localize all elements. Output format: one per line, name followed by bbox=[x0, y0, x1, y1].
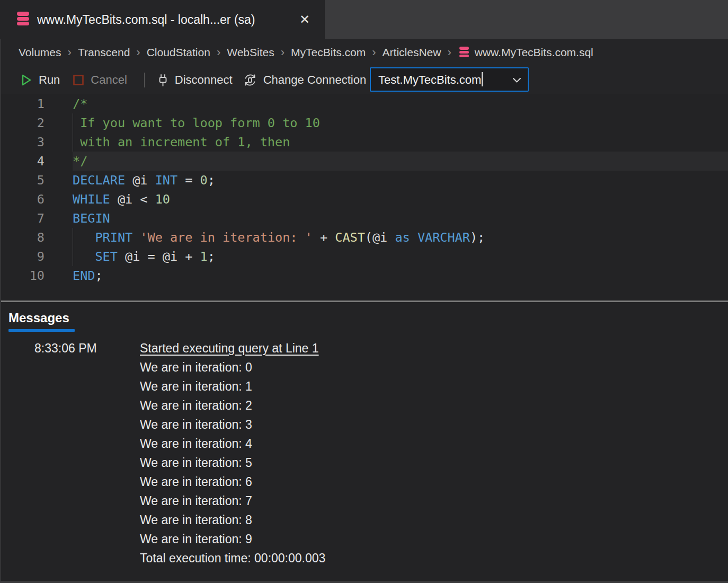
editor-line: 6 WHILE @i < 10 bbox=[0, 190, 728, 209]
line-number: 1 bbox=[0, 94, 45, 113]
code-line[interactable]: BEGIN bbox=[73, 209, 728, 228]
cancel-icon bbox=[73, 74, 84, 86]
editor-line: 3 with an increment of 1, then bbox=[0, 132, 728, 152]
code-line[interactable]: END; bbox=[73, 266, 728, 285]
message-text: We are in iteration: 0 bbox=[140, 358, 252, 377]
line-number: 7 bbox=[0, 209, 45, 228]
message-text: We are in iteration: 8 bbox=[140, 510, 252, 529]
cancel-button[interactable]: Cancel bbox=[73, 73, 127, 87]
editor-line: 7 BEGIN bbox=[0, 209, 728, 228]
message-row: We are in iteration: 8 bbox=[0, 510, 728, 529]
message-row: We are in iteration: 3 bbox=[0, 415, 728, 434]
message-row: We are in iteration: 9 bbox=[0, 529, 728, 549]
run-button[interactable]: Run bbox=[20, 73, 60, 87]
change-connection-label: Change Connection bbox=[263, 73, 366, 87]
message-timestamp: 8:33:06 PM bbox=[34, 339, 140, 358]
cancel-label: Cancel bbox=[91, 73, 127, 87]
line-number: 6 bbox=[0, 190, 45, 209]
code-line[interactable]: */ bbox=[73, 152, 728, 171]
breadcrumb-item[interactable]: Transcend bbox=[78, 46, 130, 58]
message-timestamp bbox=[34, 491, 140, 510]
message-text: We are in iteration: 7 bbox=[140, 491, 252, 510]
message-timestamp bbox=[34, 415, 140, 434]
line-number: 10 bbox=[0, 266, 45, 285]
message-row: We are in iteration: 0 bbox=[0, 358, 728, 377]
breadcrumb-separator: › bbox=[372, 46, 376, 59]
code-line[interactable]: WHILE @i < 10 bbox=[73, 190, 728, 209]
window-bottom-edge bbox=[0, 581, 728, 583]
message-timestamp bbox=[34, 396, 140, 415]
breadcrumb-item[interactable]: MyTecBits.com bbox=[291, 46, 366, 58]
disconnect-label: Disconnect bbox=[175, 73, 233, 87]
message-text: We are in iteration: 9 bbox=[140, 529, 252, 549]
breadcrumb-item[interactable]: Volumes bbox=[19, 46, 61, 58]
breadcrumb-item[interactable]: ArticlesNew bbox=[383, 46, 441, 58]
tab-bar: www.MyTecBits.com.sql - localh...er (sa)… bbox=[0, 0, 728, 39]
code-line[interactable]: SET @i = @i + 1; bbox=[73, 247, 728, 266]
message-row: Total execution time: 00:00:00.003 bbox=[0, 549, 728, 568]
messages-panel: Messages 8:33:06 PM Started executing qu… bbox=[0, 302, 728, 579]
code-line[interactable]: DECLARE @i INT = 0; bbox=[73, 171, 728, 190]
disconnect-plug-icon bbox=[157, 73, 168, 87]
code-line[interactable]: with an increment of 1, then bbox=[73, 132, 728, 152]
code-editor[interactable]: 1 /* 2 If you want to loop form 0 to 10 … bbox=[0, 94, 728, 301]
breadcrumb-separator: › bbox=[68, 46, 72, 59]
breadcrumb-separator: › bbox=[136, 46, 140, 59]
editor-line: 4 */ bbox=[0, 152, 728, 171]
breadcrumb-item[interactable]: WebSites bbox=[227, 46, 274, 58]
message-text: We are in iteration: 2 bbox=[140, 396, 252, 415]
indent-guide bbox=[73, 132, 73, 152]
line-number: 3 bbox=[0, 132, 45, 152]
code-line[interactable]: PRINT 'We are in iteration: ' + CAST(@i … bbox=[73, 228, 728, 247]
indent-guide bbox=[73, 247, 73, 266]
editor-line: 8 PRINT 'We are in iteration: ' + CAST(@… bbox=[0, 228, 728, 247]
editor-line: 2 If you want to loop form 0 to 10 bbox=[0, 113, 728, 132]
tab-sql-file[interactable]: www.MyTecBits.com.sql - localh...er (sa)… bbox=[0, 0, 325, 39]
message-link[interactable]: Started executing query at Line 1 bbox=[140, 339, 319, 358]
messages-list: 8:33:06 PM Started executing query at Li… bbox=[0, 339, 728, 568]
message-text: We are in iteration: 3 bbox=[140, 415, 252, 434]
refresh-connection-icon bbox=[243, 73, 257, 87]
message-timestamp bbox=[34, 510, 140, 529]
message-row: We are in iteration: 1 bbox=[0, 377, 728, 396]
chevron-down-icon bbox=[512, 73, 521, 86]
code-line[interactable]: /* bbox=[73, 94, 728, 113]
message-text: Total execution time: 00:00:00.003 bbox=[140, 549, 325, 568]
database-icon bbox=[16, 11, 30, 29]
message-row: We are in iteration: 6 bbox=[0, 472, 728, 491]
close-icon[interactable]: ✕ bbox=[296, 11, 313, 28]
tab-messages[interactable]: Messages bbox=[8, 311, 69, 325]
breadcrumb-item[interactable]: CloudStation bbox=[147, 46, 210, 58]
change-connection-button[interactable]: Change Connection bbox=[243, 73, 366, 87]
editor-line: 9 SET @i = @i + 1; bbox=[0, 247, 728, 266]
message-timestamp bbox=[34, 358, 140, 377]
message-timestamp bbox=[34, 377, 140, 396]
query-toolbar: Run Cancel Disconnect bbox=[0, 66, 728, 94]
line-number: 2 bbox=[0, 113, 45, 132]
run-icon bbox=[20, 74, 32, 86]
breadcrumb-separator: › bbox=[281, 46, 285, 59]
connection-value: Test.MyTecBits.com bbox=[378, 72, 512, 87]
disconnect-button[interactable]: Disconnect bbox=[157, 73, 233, 87]
indent-guide bbox=[73, 228, 73, 247]
breadcrumb-separator: › bbox=[217, 46, 220, 59]
connection-combobox[interactable]: Test.MyTecBits.com bbox=[370, 67, 529, 92]
message-row: 8:33:06 PM Started executing query at Li… bbox=[0, 339, 728, 358]
line-number: 9 bbox=[0, 247, 45, 266]
breadcrumb-file[interactable]: www.MyTecBits.com.sql bbox=[475, 46, 593, 59]
message-timestamp bbox=[34, 549, 140, 568]
message-timestamp bbox=[34, 434, 140, 453]
tab-title: www.MyTecBits.com.sql - localh...er (sa) bbox=[37, 13, 296, 27]
run-label: Run bbox=[39, 73, 60, 87]
message-text: We are in iteration: 1 bbox=[140, 377, 252, 396]
line-number: 8 bbox=[0, 228, 45, 247]
editor-line: 10 END; bbox=[0, 266, 728, 285]
editor-line: 5 DECLARE @i INT = 0; bbox=[0, 171, 728, 190]
code-line[interactable]: If you want to loop form 0 to 10 bbox=[73, 113, 728, 132]
toolbar-separator bbox=[144, 73, 145, 87]
messages-tab-active-indicator bbox=[8, 329, 75, 332]
message-row: We are in iteration: 4 bbox=[0, 434, 728, 453]
message-text: We are in iteration: 6 bbox=[140, 472, 252, 491]
text-cursor bbox=[482, 72, 483, 86]
breadcrumb-separator: › bbox=[447, 46, 451, 59]
